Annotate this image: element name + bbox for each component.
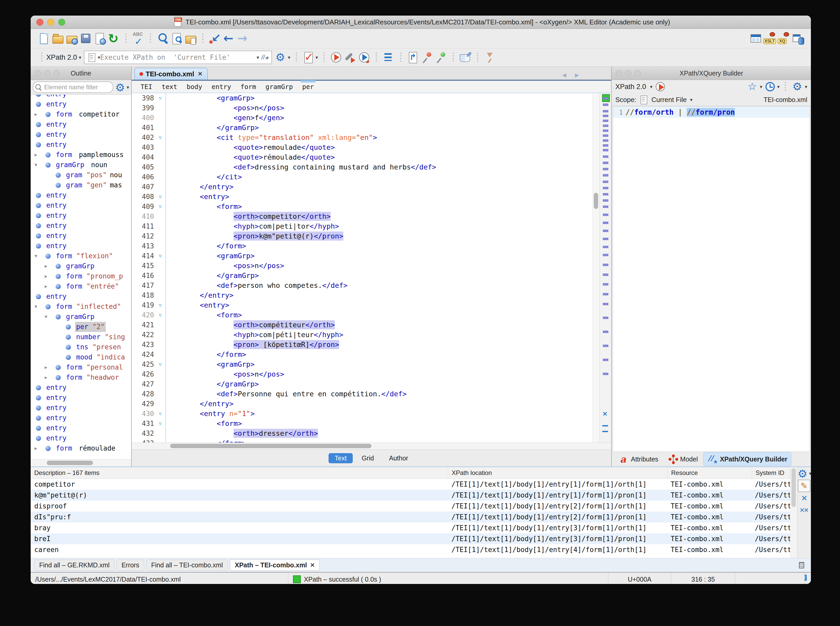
execute-xpath-icon[interactable]	[655, 81, 666, 92]
save-url-icon-button[interactable]	[94, 32, 106, 45]
outline-horizontal-scrollbar[interactable]	[31, 459, 131, 466]
outline-item-tns[interactable]: tns"presen	[31, 342, 131, 352]
ruler-marker-icon[interactable]	[602, 425, 608, 426]
scrollbar-thumb[interactable]	[47, 461, 93, 465]
expand-arrow-icon[interactable]: ▶	[35, 443, 46, 454]
builder-tab-xpath-xquery-builder[interactable]: XPath/XQuery Builder	[703, 452, 791, 466]
occurrence-mark-icon[interactable]	[603, 359, 608, 361]
scrollbar-thumb[interactable]	[594, 193, 598, 209]
favorites-icon-button[interactable]: ▾	[746, 80, 762, 93]
occurrence-mark-icon[interactable]	[603, 125, 608, 127]
occurrence-mark-icon[interactable]	[603, 293, 608, 295]
breadcrumb-item-per[interactable]: per	[302, 83, 314, 91]
dropdown-caret-icon[interactable]: ▾	[809, 471, 811, 476]
expand-arrow-icon[interactable]: ▶	[45, 271, 56, 281]
bottom-tab-find-all-ge-rkmd-xml[interactable]: Find all – GE.RKMD.xml	[34, 560, 115, 571]
fold-toggle-icon[interactable]: ▽	[155, 419, 166, 429]
outline-item-per[interactable]: per"2"	[31, 322, 131, 332]
occurrence-mark-icon[interactable]	[603, 283, 608, 285]
occurrence-mark-icon[interactable]	[603, 115, 608, 117]
mode-button-author[interactable]: Author	[383, 453, 415, 463]
xpath-settings-icon-button[interactable]: ▾	[275, 51, 290, 64]
outline-item-entry[interactable]: entry	[31, 119, 131, 130]
occurrence-mark-icon[interactable]	[603, 187, 608, 189]
zoom-window-button[interactable]	[58, 19, 65, 26]
occurrence-mark-icon[interactable]	[603, 205, 608, 208]
save-icon-button[interactable]	[80, 32, 92, 45]
pin-red-icon-button[interactable]	[421, 51, 433, 64]
ruler-marker-icon[interactable]	[602, 431, 608, 432]
occurrence-mark-icon[interactable]	[603, 303, 608, 305]
results-header-row[interactable]: Description – 167 items XPath location R…	[31, 467, 790, 479]
occurrence-mark-icon[interactable]	[603, 238, 608, 240]
occurrence-mark-icon[interactable]	[603, 135, 608, 137]
builder-settings-icon-button[interactable]: ▾	[791, 80, 807, 93]
outline-item-gram[interactable]: gram"pos"nou	[31, 170, 131, 180]
outline-item-mood[interactable]: mood"indica	[31, 352, 131, 362]
builder-tab-attributes[interactable]: Attributes	[614, 452, 662, 466]
chevron-down-icon[interactable]: ▾	[257, 55, 259, 61]
result-row[interactable]: breI/TEI[1]/text[1]/body[1]/entry[3]/for…	[31, 533, 790, 544]
expand-arrow-icon[interactable]: ▶	[45, 372, 56, 383]
occurrence-mark-icon[interactable]	[603, 97, 608, 100]
occurrence-mark-icon[interactable]	[603, 120, 608, 122]
close-window-button[interactable]	[36, 19, 43, 26]
expand-arrow-icon[interactable]: ▶	[45, 281, 56, 291]
database-icon-button[interactable]	[792, 32, 804, 45]
occurrence-mark-icon[interactable]	[603, 373, 608, 375]
outline-item-entry[interactable]: entry	[31, 393, 131, 403]
result-row[interactable]: dIs"pru:f/TEI[1]/text[1]/body[1]/entry[2…	[31, 512, 790, 523]
outline-item-entry[interactable]: entry	[31, 413, 131, 423]
configure-transform-icon-button[interactable]	[344, 51, 356, 64]
outline-item-entry[interactable]: entry	[31, 210, 131, 221]
gear-icon[interactable]	[114, 81, 125, 93]
layout-icon-button[interactable]	[750, 32, 762, 45]
xquery-debugger-icon-button[interactable]	[778, 32, 790, 45]
occurrence-mark-icon[interactable]	[603, 214, 608, 216]
find-replace-icon-button[interactable]	[156, 32, 169, 45]
outline-item-gramGrp[interactable]: ▼gramGrp	[31, 312, 131, 322]
dropdown-caret-icon[interactable]: ▾	[288, 55, 290, 61]
breadcrumb-item-gramGrp[interactable]: gramGrp	[265, 83, 293, 91]
column-header-description[interactable]: Description – 167 items	[31, 467, 448, 479]
xml-text-editor[interactable]: 398▽<gramGrp>399<pos>n</pos>400<gen>f</g…	[132, 93, 592, 443]
collapse-arrow-icon[interactable]: ▼	[35, 302, 46, 312]
refactoring-icon-button[interactable]	[407, 51, 419, 64]
result-row[interactable]: competitor/TEI[1]/text[1]/body[1]/entry[…	[31, 479, 790, 490]
outline-item-entry[interactable]: entry	[31, 99, 131, 109]
outline-item-entry[interactable]: entry	[31, 190, 131, 200]
annotation-ruler[interactable]: ✕	[600, 93, 611, 443]
occurrence-mark-icon[interactable]	[603, 246, 608, 248]
new-document-icon-button[interactable]	[38, 32, 50, 45]
occurrence-mark-icon[interactable]	[603, 264, 608, 266]
highlight-pencil-icon-button[interactable]	[798, 480, 810, 492]
results-settings-icon-button[interactable]: ▾	[797, 468, 811, 479]
outline-item-form[interactable]: ▶form"personal	[31, 362, 131, 372]
column-header-resource[interactable]: Resource	[667, 467, 752, 479]
chevron-down-icon[interactable]: ▾	[650, 84, 653, 90]
scrollbar-thumb[interactable]	[791, 468, 796, 507]
occurrence-mark-icon[interactable]	[603, 139, 608, 142]
result-row[interactable]: careen/TEI[1]/text[1]/body[1]/entry[4]/f…	[31, 544, 790, 555]
result-row[interactable]: disproof/TEI[1]/text[1]/body[1]/entry[2]…	[31, 501, 790, 512]
open-builder-icon[interactable]: //★	[261, 54, 269, 61]
pin-green-icon-button[interactable]	[435, 51, 447, 64]
find-in-files-icon-button[interactable]	[170, 32, 183, 45]
dropdown-caret-icon[interactable]: ▾	[805, 84, 807, 90]
reload-icon-button[interactable]	[108, 32, 120, 45]
xpath-expression-combo[interactable]: ▾ Execute XPath on 'Current File' ▾ //★	[84, 51, 272, 64]
occurrence-mark-icon[interactable]	[603, 149, 608, 151]
remove-icon-button[interactable]	[798, 493, 810, 504]
expand-arrow-icon[interactable]: ▶	[35, 109, 46, 119]
expand-arrow-icon[interactable]: ▶	[45, 261, 56, 271]
close-tab-icon[interactable]: ✕	[310, 562, 315, 569]
chevron-down-icon[interactable]: ▾	[690, 97, 693, 103]
open-folder-icon-button[interactable]	[52, 32, 64, 45]
outline-tree[interactable]: entryentry▶formcompetitorentryentryentry…	[31, 95, 131, 459]
outline-item-gramGrp[interactable]: ▼gramGrpnoun	[31, 160, 131, 170]
results-vertical-scrollbar[interactable]	[790, 467, 797, 558]
chevron-down-icon[interactable]: ▾	[127, 85, 129, 90]
validate-icon-button[interactable]: ▾	[302, 51, 318, 64]
occurrence-mark-icon[interactable]	[603, 222, 608, 224]
documentation-icon-button[interactable]	[459, 51, 472, 64]
